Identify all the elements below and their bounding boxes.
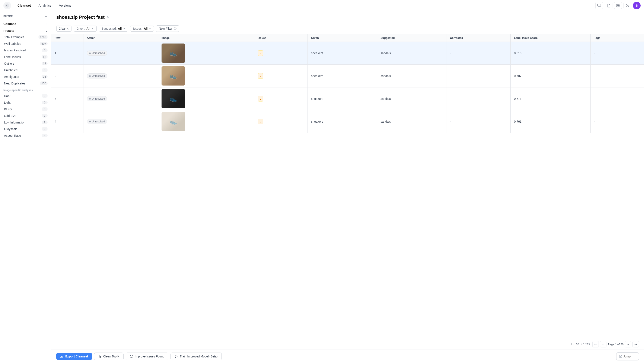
- svg-point-5: [618, 5, 618, 6]
- cell-row-number: 1: [51, 42, 83, 65]
- image-thumbnail: 👟: [162, 43, 185, 63]
- refresh-icon: [130, 355, 133, 358]
- sidebar-image-item-aspect-ratio[interactable]: Aspect Ratio 4: [0, 132, 51, 139]
- action-badge[interactable]: Unresolved: [87, 50, 107, 56]
- sidebar-item-issues-resolved[interactable]: Issues Resolved 0: [0, 47, 51, 53]
- shoe-image: 👟: [162, 112, 185, 131]
- sidebar-item-label: Unlabeled: [4, 68, 18, 72]
- page-label: Page 1 of 26: [608, 343, 624, 346]
- sidebar-item-outliers[interactable]: Outliers 12: [0, 60, 51, 67]
- issues-filter-chevron-icon: ▼: [149, 27, 151, 30]
- table-row[interactable]: 1 Unresolved 👟 L sneakers sandals - 0.81…: [51, 42, 644, 65]
- filter-collapse-btn[interactable]: ←: [44, 14, 48, 18]
- bottom-action-bar: Export Cleanset Clean Top K Improve Issu…: [51, 350, 644, 363]
- table-row[interactable]: 4 Unresolved 👟 L sneakers sandals - 0.76…: [51, 110, 644, 133]
- presets-section[interactable]: Presets ⌄: [0, 27, 51, 34]
- export-cleanset-btn[interactable]: Export Cleanset: [56, 353, 92, 360]
- cell-row-number: 2: [51, 65, 83, 87]
- cell-tags: -: [591, 87, 644, 110]
- sidebar-item-total-examples[interactable]: Total Examples 1283: [0, 34, 51, 40]
- given-filter-pill[interactable]: Given: All ▼: [74, 25, 96, 31]
- suggested-filter-chevron-icon: ▼: [123, 27, 125, 30]
- train-model-btn[interactable]: Train Improved Model (Beta): [170, 353, 222, 360]
- sidebar-image-item-low-information[interactable]: Low Information 2: [0, 119, 51, 126]
- nav-icons: S: [595, 2, 640, 9]
- next-page-btn[interactable]: →: [625, 341, 631, 348]
- action-badge[interactable]: Unresolved: [87, 119, 107, 124]
- sidebar-image-item-dark[interactable]: Dark 2: [0, 93, 51, 99]
- cell-score: 0.810: [510, 42, 590, 65]
- improve-issues-btn[interactable]: Improve Issues Found: [126, 353, 168, 360]
- suggested-filter-value: All: [118, 27, 122, 30]
- image-thumbnail: 👟: [162, 89, 185, 108]
- nav-analytics[interactable]: Analytics: [37, 3, 53, 8]
- sidebar-image-item-grayscale[interactable]: Grayscale 0: [0, 126, 51, 132]
- new-filter-info-icon: ⓘ: [174, 27, 176, 30]
- jump-input[interactable]: [623, 355, 636, 358]
- given-filter-chevron-icon: ▼: [92, 27, 94, 30]
- last-page-btn[interactable]: ⇥: [632, 341, 639, 348]
- clear-icon: ✕: [66, 27, 69, 30]
- sidebar-image-item-odd-size[interactable]: Odd Size 3: [0, 112, 51, 119]
- prev-page-btn[interactable]: ←: [600, 341, 606, 348]
- sidebar-image-item-blurry[interactable]: Blurry 0: [0, 106, 51, 112]
- export-label: Export Cleanset: [65, 355, 88, 358]
- sidebar-item-well-labeled[interactable]: Well Labeled 607: [0, 40, 51, 47]
- table-row[interactable]: 3 Unresolved 👟 L sneakers sandals - 0.77…: [51, 87, 644, 110]
- pagination-bar: 1 to 50 of 1,283 ⇤ ← Page 1 of 26 → ⇥: [51, 339, 644, 350]
- given-filter-value: All: [86, 27, 90, 30]
- jump-input-wrap: [616, 352, 639, 361]
- moon-icon[interactable]: [624, 2, 631, 9]
- file-icon[interactable]: [605, 2, 612, 9]
- sidebar-image-items: Dark 2 Light 0 Blurry 0 Odd Size 3 Low I…: [0, 93, 51, 139]
- sidebar-item-near-duplicates[interactable]: Near Duplicates 150: [0, 80, 51, 87]
- clean-top-k-btn[interactable]: Clean Top K: [94, 353, 124, 360]
- col-header-image: Image: [158, 34, 254, 42]
- cell-row-number: 3: [51, 87, 83, 110]
- cell-issues: L: [254, 42, 308, 65]
- nav-cleanset[interactable]: Cleanset: [16, 3, 32, 8]
- monitor-icon[interactable]: [595, 2, 603, 9]
- sidebar-item-ambiguous[interactable]: Ambiguous 35: [0, 73, 51, 80]
- page-navigation: ⇤ ← Page 1 of 26 → ⇥: [592, 341, 639, 348]
- columns-section[interactable]: Columns ›: [0, 20, 51, 27]
- sidebar-item-label-issues[interactable]: Label Issues 82: [0, 53, 51, 60]
- new-filter-btn[interactable]: New Filter ⓘ: [156, 25, 179, 32]
- clean-label: Clean Top K: [103, 355, 120, 358]
- nav-logo[interactable]: C: [4, 2, 11, 9]
- status-dot: [89, 98, 91, 100]
- sidebar-item-count: 3: [42, 114, 48, 117]
- cell-corrected: -: [446, 65, 510, 87]
- top-nav: C Cleanset Analytics Versions S: [0, 0, 644, 11]
- sidebar-item-count: 2: [42, 94, 48, 98]
- cell-suggested: sandals: [377, 110, 446, 133]
- sidebar-item-count: 607: [40, 42, 48, 45]
- table-row[interactable]: 2 Unresolved 👟 L sneakers sandals - 0.78…: [51, 65, 644, 87]
- cell-given: sneakers: [308, 110, 377, 133]
- action-badge[interactable]: Unresolved: [87, 73, 107, 78]
- clear-filter-btn[interactable]: Clear ✕: [56, 25, 72, 31]
- edit-icon[interactable]: ✎: [107, 15, 110, 19]
- sidebar-item-count: 0: [42, 48, 48, 52]
- main-layout: FILTER ← Columns › Presets ⌄ Total Examp…: [0, 11, 644, 363]
- gear-icon[interactable]: [614, 2, 622, 9]
- cell-suggested: sandals: [377, 87, 446, 110]
- filter-label: FILTER: [4, 15, 13, 18]
- nav-versions[interactable]: Versions: [58, 3, 73, 8]
- cell-image: 👟: [158, 110, 254, 133]
- cell-tags: -: [591, 110, 644, 133]
- suggested-filter-pill[interactable]: Suggested: All ▼: [99, 25, 128, 31]
- sidebar-item-label: Low Information: [4, 121, 26, 124]
- sidebar-item-count: 0: [42, 107, 48, 111]
- sidebar-image-item-light[interactable]: Light 0: [0, 99, 51, 106]
- issues-filter-pill[interactable]: Issues: All ▼: [130, 25, 154, 31]
- user-avatar[interactable]: S: [633, 2, 640, 9]
- jump-icon: [619, 355, 622, 358]
- cell-corrected: -: [446, 110, 510, 133]
- col-header-tags: Tags: [591, 34, 644, 42]
- image-thumbnail: 👟: [162, 112, 185, 131]
- sidebar-item-count: 4: [42, 134, 48, 137]
- first-page-btn[interactable]: ⇤: [592, 341, 599, 348]
- action-badge[interactable]: Unresolved: [87, 96, 107, 101]
- sidebar-item-unlabeled[interactable]: Unlabeled 0: [0, 67, 51, 73]
